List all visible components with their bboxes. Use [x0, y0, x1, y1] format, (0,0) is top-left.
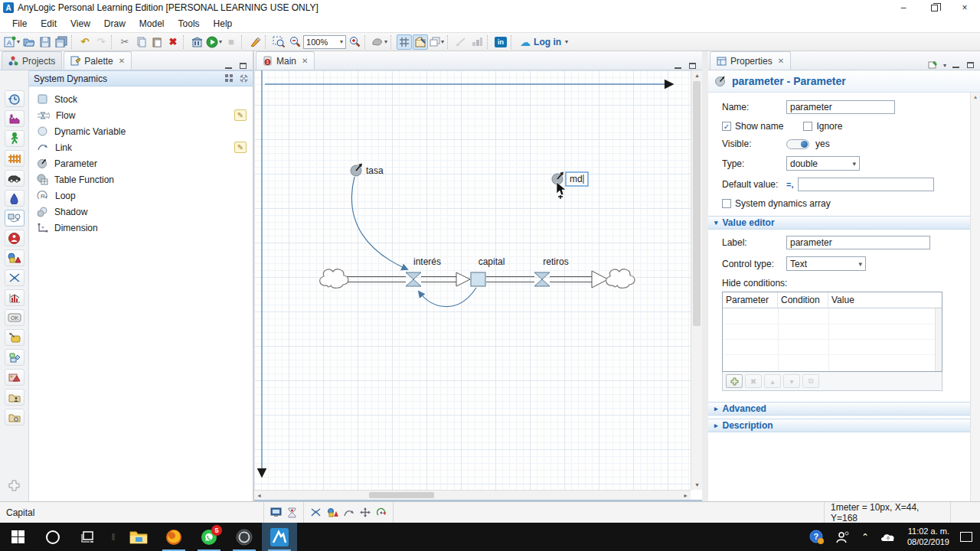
menu-view[interactable]: View [64, 17, 96, 31]
tab-palette[interactable]: Palette ✕ [64, 51, 132, 70]
zoom-out-button[interactable] [287, 34, 302, 50]
menu-draw[interactable]: Draw [98, 17, 132, 31]
view-menu-icon[interactable]: ▾ [943, 62, 946, 69]
redo-button[interactable]: ↷ [93, 34, 109, 50]
visible-toggle[interactable] [786, 139, 809, 149]
link-capital-to-interes[interactable] [419, 288, 476, 307]
agent-palette-button[interactable] [5, 230, 24, 246]
draw-style-button[interactable]: ▾ [371, 34, 388, 50]
firefox-button[interactable] [156, 523, 191, 551]
copy-rows-button[interactable]: ⧉ [802, 374, 819, 388]
align-shapes-button[interactable] [453, 34, 469, 50]
console-icon[interactable] [270, 507, 282, 517]
flow-out-label[interactable]: retiros [543, 256, 568, 267]
horizontal-scroll-thumb[interactable] [369, 492, 434, 498]
file-explorer-button[interactable] [121, 523, 156, 551]
save-button[interactable] [38, 34, 53, 50]
fluid-library-button[interactable] [5, 190, 24, 207]
presentation-palette-button[interactable] [5, 249, 24, 266]
start-button[interactable] [0, 523, 35, 551]
tab-main-close-icon[interactable]: ✕ [302, 57, 308, 65]
minimize-button[interactable]: – [888, 0, 919, 15]
scroll-down-icon[interactable]: ▾ [691, 480, 703, 490]
flow-edit-pencil-icon[interactable]: ✎ [234, 109, 247, 121]
login-button[interactable]: ☁ Log in ▾ [517, 36, 571, 48]
action-center-icon[interactable] [960, 532, 972, 542]
multimethod-palette-button[interactable] [5, 349, 24, 366]
zoom-in-button[interactable] [347, 34, 362, 50]
menu-model[interactable]: Model [133, 17, 171, 31]
tab-palette-close-icon[interactable]: ✕ [119, 57, 125, 65]
left-panel-minimize-icon[interactable] [225, 67, 232, 69]
analysis-palette-button[interactable] [5, 289, 24, 306]
pictures-palette-button[interactable] [5, 369, 24, 386]
system-dynamics-palette-button[interactable] [5, 210, 24, 227]
cut-button[interactable]: ✂ [117, 34, 132, 50]
menu-help[interactable]: Help [207, 17, 239, 31]
palette-item-stock[interactable]: Stock [29, 91, 253, 107]
col-condition[interactable]: Condition [778, 292, 828, 308]
flow-in-label[interactable]: interés [413, 256, 441, 267]
palette-item-dimension[interactable]: Dimension [29, 220, 253, 236]
col-parameter[interactable]: Parameter [723, 292, 778, 308]
onedrive-icon[interactable] [880, 531, 897, 543]
link-tasa-to-interes[interactable] [351, 177, 407, 269]
help-update-icon[interactable]: ? [808, 529, 825, 546]
tab-properties-close-icon[interactable]: ✕ [778, 57, 784, 65]
anylogic-taskbar-button[interactable] [262, 523, 297, 551]
whatsapp-button[interactable]: 5 [191, 523, 227, 551]
hide-conditions-table[interactable]: Parameter Condition Value [722, 292, 942, 372]
table-scrollbar[interactable] [935, 308, 942, 371]
collapse-section-icon[interactable] [240, 74, 248, 83]
canvas-horizontal-scrollbar[interactable]: ◂ ▸ [254, 490, 691, 500]
tray-expand-icon[interactable]: ⌃ [861, 532, 869, 543]
right-splitter[interactable] [702, 51, 708, 501]
obs-button[interactable] [227, 523, 262, 551]
scroll-up-icon[interactable]: ▴ [691, 70, 703, 80]
col-value[interactable]: Value [828, 292, 942, 308]
parameter-tasa-label[interactable]: tasa [366, 165, 384, 176]
linkedin-button[interactable]: in [493, 34, 508, 50]
tab-projects[interactable]: Projects [2, 51, 62, 70]
road-traffic-library-button[interactable] [5, 170, 24, 187]
polyline-mode-icon[interactable] [344, 508, 354, 517]
properties-minimize-icon[interactable] [952, 67, 959, 68]
properties-scroll-up-icon[interactable]: ▴ [971, 93, 980, 102]
palette-item-parameter[interactable]: Parameter [29, 155, 253, 171]
delete-row-button[interactable]: ✖ [745, 374, 762, 388]
snap-toggle-button[interactable] [413, 34, 428, 50]
editor-minimize-icon[interactable] [675, 67, 681, 69]
zoom-level-combo[interactable]: 100% ▾ [303, 35, 346, 49]
restore-button[interactable] [919, 0, 949, 15]
canvas-vertical-scrollbar[interactable]: ▴ ▾ [691, 70, 702, 490]
stock-label[interactable]: capital [479, 256, 505, 267]
delete-button[interactable]: ✖ [165, 34, 181, 50]
move-row-down-button[interactable]: ▾ [783, 374, 800, 388]
move-mode-icon[interactable] [360, 507, 371, 517]
inline-edit-text[interactable]: md [570, 174, 583, 184]
name-field[interactable] [786, 100, 895, 114]
sink-cloud[interactable] [606, 269, 635, 288]
menu-file[interactable]: File [6, 17, 33, 31]
move-row-up-button[interactable]: ▴ [764, 374, 781, 388]
tab-main[interactable]: Main ✕ [256, 51, 315, 70]
source-cloud[interactable] [320, 269, 348, 288]
hide-conditions-table-body[interactable] [723, 308, 942, 371]
save-all-button[interactable] [54, 34, 69, 50]
rotate-mode-icon[interactable] [376, 507, 387, 517]
palette-item-dynamic-variable[interactable]: Dynamic Variable [29, 123, 253, 139]
show-name-checkbox[interactable]: ✓ Show name [722, 121, 783, 132]
people-icon[interactable] [835, 530, 851, 544]
default-value-field[interactable] [798, 178, 934, 191]
palette-section-header[interactable]: System Dynamics [29, 70, 253, 86]
static-value-icon[interactable]: =, [786, 180, 793, 189]
rail-library-button[interactable] [5, 150, 24, 167]
palette-item-table-function[interactable]: Table Function [29, 171, 253, 187]
scroll-right-icon[interactable]: ▸ [681, 491, 691, 500]
control-type-combo[interactable]: Text ▾ [786, 256, 866, 271]
left-panel-maximize-icon[interactable] [240, 63, 247, 69]
tab-properties[interactable]: Properties ✕ [710, 51, 791, 70]
select-mode-icon[interactable] [310, 507, 322, 517]
advanced-section-header[interactable]: ▸ Advanced [708, 402, 980, 416]
task-view-button[interactable] [70, 523, 106, 551]
